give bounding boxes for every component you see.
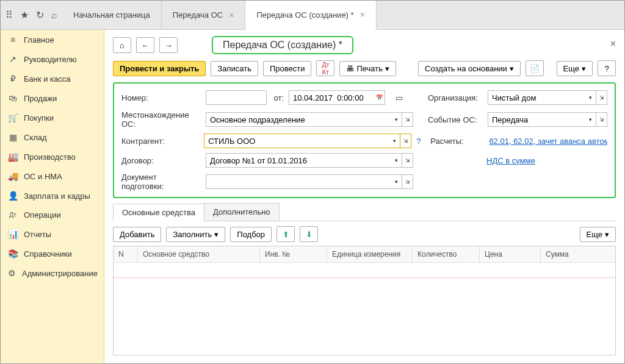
- open-icon[interactable]: ⇲: [402, 174, 413, 189]
- number-input[interactable]: [206, 90, 267, 105]
- chevron-down-icon[interactable]: ▾: [585, 90, 596, 105]
- doc-prep-label: Документ подготовки:: [121, 173, 201, 191]
- sidebar-item-references[interactable]: 📚Справочники: [1, 244, 104, 263]
- event-input[interactable]: [488, 112, 585, 127]
- chevron-down-icon: ▾: [385, 64, 389, 73]
- calendar-icon[interactable]: 📅: [374, 90, 385, 105]
- date-input[interactable]: [289, 90, 374, 105]
- open-icon[interactable]: ⇲: [402, 153, 413, 168]
- calc-link[interactable]: 62.01, 62.02, зачет аванса автомати...: [489, 137, 607, 146]
- chevron-down-icon[interactable]: ▾: [391, 174, 402, 189]
- history-icon[interactable]: ↻: [36, 9, 44, 21]
- sidebar-item-label: Отчеты: [24, 230, 51, 239]
- org-input[interactable]: [488, 90, 585, 105]
- star-icon[interactable]: ★: [20, 9, 29, 21]
- cart-icon: 🛒: [8, 113, 18, 123]
- sidebar-item-warehouse[interactable]: ▦Склад: [1, 127, 104, 147]
- fill-button[interactable]: Заполнить ▾: [166, 227, 225, 242]
- close-page-icon[interactable]: ×: [610, 38, 616, 49]
- sidebar-item-main[interactable]: ≡Главное: [1, 30, 104, 49]
- location-input[interactable]: [206, 112, 391, 127]
- calc-label: Расчеты:: [430, 137, 484, 146]
- sidebar-item-purchases[interactable]: 🛒Покупки: [1, 108, 104, 127]
- document-button[interactable]: 📄: [526, 60, 544, 76]
- arrow-up-icon: ⬆: [283, 230, 289, 239]
- page-title: Передача ОС (создание) *: [212, 36, 353, 54]
- col-sum[interactable]: Сумма: [541, 246, 615, 262]
- tab-main-assets[interactable]: Основные средства: [113, 204, 204, 221]
- vat-link[interactable]: НДС в сумме: [486, 156, 607, 165]
- number-label: Номер:: [121, 93, 201, 102]
- col-qty[interactable]: Количество: [413, 246, 480, 262]
- tab-transfer[interactable]: Передача ОС ×: [162, 1, 246, 29]
- sidebar-item-operations[interactable]: ДтОперации: [1, 205, 104, 224]
- counterparty-label: Контрагент:: [121, 137, 199, 146]
- move-down-button[interactable]: ⬇: [300, 226, 318, 242]
- sidebar-item-label: Справочники: [24, 249, 72, 259]
- tab-additional[interactable]: Дополнительно: [204, 203, 280, 221]
- factory-icon: 🏭: [8, 152, 18, 162]
- sidebar-item-reports[interactable]: 📊Отчеты: [1, 224, 104, 244]
- sidebar-item-admin[interactable]: ⚙Администрирование: [1, 263, 104, 283]
- sidebar-item-salary[interactable]: 👤Зарплата и кадры: [1, 186, 104, 205]
- counterparty-input[interactable]: [204, 134, 389, 148]
- add-button[interactable]: Добавить: [113, 227, 161, 242]
- submit-close-button[interactable]: Провести и закрыть: [113, 61, 206, 76]
- chevron-down-icon[interactable]: ▾: [389, 134, 400, 148]
- submit-button[interactable]: Провести: [263, 61, 312, 76]
- col-asset[interactable]: Основное средство: [138, 246, 260, 262]
- col-inv[interactable]: Инв. №: [260, 246, 327, 262]
- sidebar-item-manager[interactable]: ↗Руководителю: [1, 49, 104, 69]
- tab-transfer-create[interactable]: Передача ОС (создание) * ×: [245, 1, 376, 30]
- gear-icon: ⚙: [8, 268, 16, 278]
- bag-icon: 🛍: [8, 93, 18, 103]
- close-icon[interactable]: ×: [229, 10, 234, 20]
- col-unit[interactable]: Единица измерения: [327, 246, 413, 262]
- open-icon[interactable]: ⇲: [400, 134, 411, 148]
- chevron-down-icon[interactable]: ▾: [391, 112, 402, 127]
- sidebar-item-sales[interactable]: 🛍Продажи: [1, 88, 104, 108]
- print-label: Печать: [356, 64, 383, 73]
- open-icon[interactable]: ⇲: [596, 112, 607, 127]
- home-button[interactable]: ⌂: [113, 37, 131, 53]
- print-icon: 🖶: [346, 64, 354, 73]
- doc-prep-input[interactable]: [206, 174, 391, 189]
- contract-input[interactable]: [206, 153, 391, 168]
- close-icon[interactable]: ×: [360, 10, 365, 20]
- tab-home[interactable]: Начальная страница: [62, 1, 162, 29]
- help-button[interactable]: ?: [598, 60, 616, 76]
- chevron-down-icon[interactable]: ▾: [391, 153, 402, 168]
- dtkt-button[interactable]: ДтКт: [316, 60, 334, 76]
- table-toolbar: Добавить Заполнить ▾ Подбор ⬆ ⬇ Еще ▾: [113, 226, 616, 242]
- form-panel: Номер: от: 📅 ▭ Организация: ▾ ⇲ Местонах: [113, 82, 616, 198]
- more-button[interactable]: Еще ▾: [557, 61, 593, 76]
- print-button[interactable]: 🖶 Печать ▾: [339, 61, 396, 76]
- help-icon[interactable]: ?: [416, 137, 421, 146]
- col-n[interactable]: N: [114, 246, 138, 262]
- assets-grid[interactable]: N Основное средство Инв. № Единица измер…: [113, 246, 616, 355]
- search-icon[interactable]: ⌕: [51, 10, 57, 21]
- calendar-extra-icon[interactable]: ▭: [390, 90, 408, 105]
- back-button[interactable]: ←: [136, 37, 154, 53]
- save-button[interactable]: Записать: [211, 61, 258, 76]
- open-icon[interactable]: ⇲: [402, 112, 413, 127]
- open-icon[interactable]: ⇲: [596, 90, 607, 105]
- sidebar-item-bank[interactable]: ₽Банк и касса: [1, 69, 104, 88]
- create-based-button[interactable]: Создать на основании ▾: [418, 61, 521, 76]
- select-button[interactable]: Подбор: [230, 227, 272, 242]
- apps-icon[interactable]: ⠿: [5, 9, 13, 21]
- sidebar-item-assets[interactable]: 🚚ОС и НМА: [1, 166, 104, 186]
- col-price[interactable]: Цена: [480, 246, 541, 262]
- arrow-down-icon: ⬇: [306, 230, 312, 239]
- table-more-button[interactable]: Еще ▾: [580, 227, 616, 242]
- contract-label: Договор:: [121, 156, 201, 165]
- menu-icon: ≡: [8, 35, 18, 45]
- dtkt-icon: Дт: [8, 212, 18, 218]
- chevron-down-icon[interactable]: ▾: [585, 112, 596, 127]
- sidebar-item-production[interactable]: 🏭Производство: [1, 147, 104, 166]
- more-label: Еще: [563, 64, 579, 73]
- more-label: Еще: [587, 230, 602, 239]
- grid-body[interactable]: [114, 263, 615, 353]
- forward-button[interactable]: →: [159, 37, 178, 53]
- move-up-button[interactable]: ⬆: [276, 226, 295, 242]
